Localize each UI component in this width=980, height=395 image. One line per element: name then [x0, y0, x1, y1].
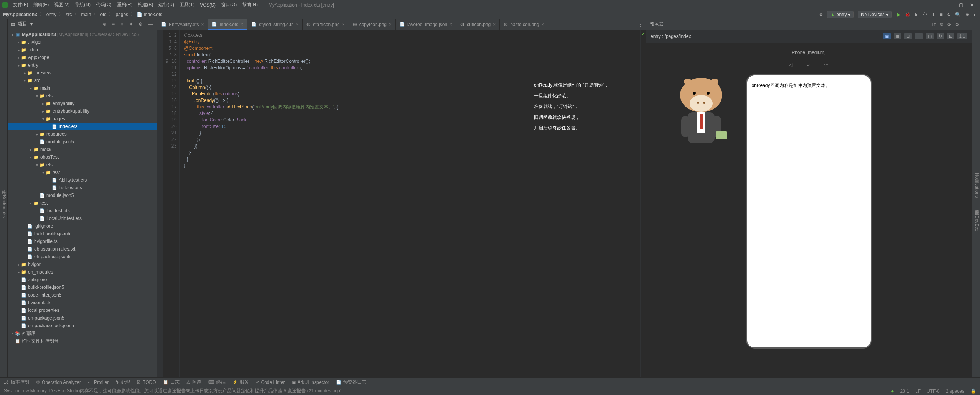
preview-reload-icon[interactable]: ↻ — [937, 33, 944, 39]
tree-item[interactable]: 📄List.test.ets — [8, 184, 157, 192]
tree-item[interactable]: ▸📁.idea — [8, 46, 157, 54]
stop-icon[interactable]: ■ — [938, 12, 944, 17]
tree-item[interactable]: ▾📁ets — [8, 92, 157, 100]
bookmarks-tool[interactable]: Bookmarks — [2, 195, 7, 218]
tree-item[interactable]: 📄local.properties — [8, 306, 157, 314]
tab-styled[interactable]: 📄styled_string.d.ts× — [247, 19, 303, 30]
menu-edit[interactable]: 编辑(E) — [31, 1, 51, 9]
preview-mode-2[interactable]: ▦ — [894, 33, 901, 39]
file-encoding[interactable]: UTF-8 — [927, 388, 940, 394]
tree-item[interactable]: ▸📁oh_modules — [8, 268, 157, 276]
tab-cuticon[interactable]: 🖼cutIcon.png× — [456, 19, 500, 30]
device-dropdown[interactable]: No Devices ▾ — [858, 11, 892, 18]
services-tool[interactable]: ⚡服务 — [232, 379, 249, 385]
tree-item[interactable]: 📄build-profile.json5 — [8, 284, 157, 291]
linter-tool[interactable]: ✔Code Linter — [256, 380, 285, 385]
tabs-more[interactable]: ⋮ — [635, 19, 646, 30]
sync-icon[interactable]: ↻ — [945, 12, 952, 17]
tree-item[interactable]: 📄hvigorfile.ts — [8, 238, 157, 245]
preview-inspect-icon[interactable]: ⊡ — [947, 33, 954, 39]
breadcrumb[interactable]: src — [65, 12, 72, 17]
breadcrumb-project[interactable]: MyApplication3 — [2, 12, 38, 17]
tree-item[interactable]: ▾📁test — [8, 169, 157, 176]
tree-item[interactable]: 📄oh-package-lock.json5 — [8, 322, 157, 329]
close-button[interactable]: ✕ — [970, 2, 974, 8]
tree-item[interactable]: ▾📁test — [8, 199, 157, 207]
menu-window[interactable]: 窗口(O) — [219, 1, 239, 9]
tree-item[interactable]: 📄.gitignore — [8, 222, 157, 230]
tab-starticon[interactable]: 🖼startIcon.png× — [303, 19, 349, 30]
tree-item[interactable]: ▸📁AppScope — [8, 54, 157, 61]
tree-item[interactable]: 📄List.test.ets — [8, 207, 157, 215]
tree-item[interactable]: 📄oh-package.json5 — [8, 314, 157, 322]
tree-item[interactable]: 📄module.json5 — [8, 138, 157, 146]
tree-item[interactable]: ▸📁entryability — [8, 100, 157, 107]
preview-more-icon[interactable]: ⋯ — [820, 61, 832, 69]
font-size-icon[interactable]: Tт — [931, 22, 936, 27]
tab-entryability[interactable]: 📄EntryAbility.ets× — [157, 19, 208, 30]
hide-icon[interactable]: — — [963, 22, 968, 27]
vcs-tool[interactable]: ⎇版本控制 — [4, 379, 29, 385]
settings-icon[interactable]: ⚙ — [819, 12, 823, 17]
notifications-tool[interactable]: Notifications — [974, 173, 980, 198]
search-icon[interactable]: 🔍 — [954, 12, 962, 17]
tree-item[interactable]: 📋临时文件和控制台 — [8, 337, 157, 345]
preview-zoom100-icon[interactable]: 1:1 — [957, 33, 967, 39]
breadcrumb[interactable]: ets — [99, 12, 107, 17]
problems-tool[interactable]: ⚠问题 — [186, 379, 201, 385]
tree-item[interactable]: ▾📁pages — [8, 115, 157, 123]
gear-icon[interactable]: ⚙ — [137, 21, 144, 27]
menu-run[interactable]: 运行(U) — [156, 1, 176, 9]
tree-item[interactable]: ▸📁hvigor — [8, 261, 157, 268]
collapse-icon[interactable]: ⇕ — [119, 21, 125, 27]
tree-item[interactable]: 📄code-linter.json5 — [8, 291, 157, 299]
project-tree[interactable]: ▾▣MyApplication3 [MyApplication] C:\User… — [8, 29, 157, 377]
breadcrumb[interactable]: main — [80, 12, 92, 17]
profile-icon[interactable]: ⏱ — [921, 12, 929, 17]
breadcrumb[interactable]: pages — [115, 12, 129, 17]
settings-icon[interactable]: ⚙ — [964, 12, 971, 17]
coverage-icon[interactable]: ▶ — [913, 12, 920, 17]
code-editor[interactable]: // xxx.ets @Entry @Component struct Inde… — [180, 30, 640, 377]
tree-item[interactable]: ▾📁ohosTest — [8, 153, 157, 161]
menu-refactor[interactable]: 重构(R) — [115, 1, 135, 9]
preview-back-icon[interactable]: ◁ — [785, 61, 796, 69]
breadcrumb-module[interactable]: entry — [46, 12, 58, 17]
run-icon[interactable]: ▶ — [896, 12, 902, 17]
tree-item[interactable]: ▸📁.preview — [8, 69, 157, 77]
menu-nav[interactable]: 导航(N) — [72, 1, 93, 9]
preview-rotate-icon[interactable]: ⤾ — [802, 61, 814, 69]
tree-root[interactable]: ▾▣MyApplication3 [MyApplication] C:\User… — [8, 31, 157, 38]
expand-icon[interactable]: ≡ — [111, 21, 116, 27]
op-analyzer-tool[interactable]: ⚙Operation Analyzer — [36, 380, 81, 385]
arkui-inspector-tool[interactable]: ▣ArkUI Inspector — [292, 380, 329, 385]
tree-item[interactable]: 📄hvigorfile.ts — [8, 299, 157, 306]
tab-layered[interactable]: 📄layered_image.json× — [396, 19, 456, 30]
terminal-tool[interactable]: ⌨终端 — [208, 379, 226, 385]
tree-item[interactable]: 📄.gitignore — [8, 276, 157, 284]
tree-item[interactable]: ▾📁ets — [8, 161, 157, 169]
tree-item[interactable]: ▸📚外部库 — [8, 329, 157, 337]
tree-item[interactable]: ▸📁resources — [8, 130, 157, 138]
tree-item[interactable]: ▸📁entrybackupability — [8, 107, 157, 115]
menu-view[interactable]: 视图(V) — [52, 1, 72, 9]
menu-build[interactable]: 构建(B) — [135, 1, 155, 9]
preview-zoom-icon[interactable]: ⛶ — [915, 33, 923, 39]
tab-pasteicon[interactable]: 🖼pasteIcon.png× — [500, 19, 548, 30]
hide-icon[interactable]: — — [147, 21, 154, 27]
tree-item[interactable]: ▾📁src — [8, 77, 157, 84]
maximize-button[interactable]: ▢ — [959, 2, 963, 8]
todo-tool[interactable]: ☑TODO — [137, 380, 156, 385]
menu-vcs[interactable]: VCS(S) — [198, 2, 218, 8]
preview-grid-icon[interactable]: ⊞ — [904, 33, 912, 39]
tree-item-entry[interactable]: ▾📁entry — [8, 61, 157, 69]
tree-item[interactable]: ▾📁main — [8, 84, 157, 92]
tab-copyicon[interactable]: 🖼copyIcon.png× — [349, 19, 396, 30]
breadcrumb-file[interactable]: 📄 Index.ets — [137, 12, 162, 17]
phone-preview[interactable]: onReady回调内容是组件内预置文本。 — [746, 74, 872, 349]
hilog-tool[interactable]: ↯处理 — [115, 379, 130, 385]
menu-tools[interactable]: 工具(T) — [177, 1, 197, 9]
log-tool[interactable]: 📋日志 — [163, 379, 180, 385]
preview-mode-1[interactable]: ▣ — [883, 33, 891, 39]
tree-item[interactable]: 📄Ability.test.ets — [8, 176, 157, 184]
